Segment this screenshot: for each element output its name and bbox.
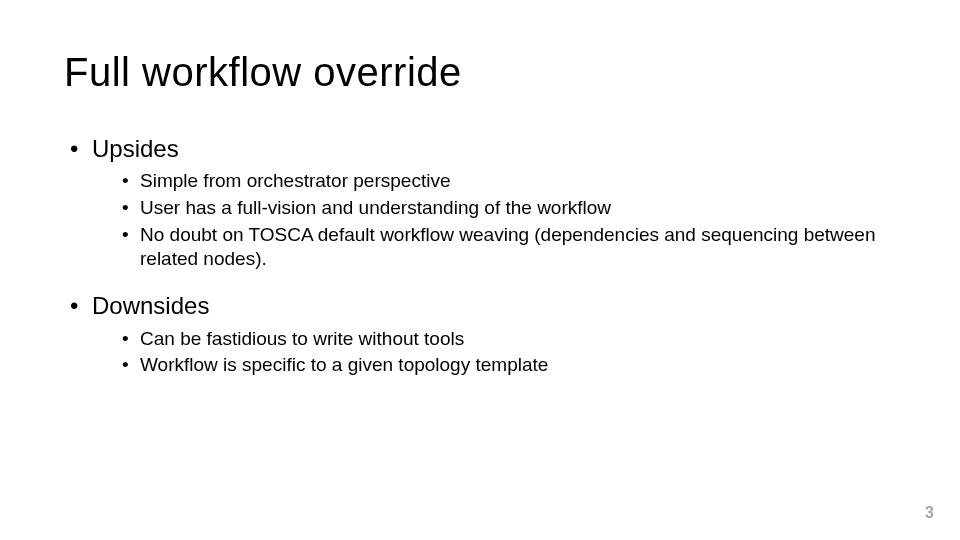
upsides-list: Simple from orchestrator perspective Use…: [92, 169, 896, 272]
list-item: Simple from orchestrator perspective: [92, 169, 896, 194]
list-item: User has a full-vision and understanding…: [92, 196, 896, 221]
section-heading: Downsides: [92, 292, 209, 319]
section-heading: Upsides: [92, 135, 179, 162]
slide: Full workflow override Upsides Simple fr…: [0, 0, 960, 540]
content-list: Upsides Simple from orchestrator perspec…: [64, 133, 896, 378]
page-number: 3: [925, 504, 934, 522]
list-item: Workflow is specific to a given topology…: [92, 353, 896, 378]
section-upsides: Upsides Simple from orchestrator perspec…: [64, 133, 896, 272]
downsides-list: Can be fastidious to write without tools…: [92, 327, 896, 378]
list-item: Can be fastidious to write without tools: [92, 327, 896, 352]
list-item: No doubt on TOSCA default workflow weavi…: [92, 223, 896, 272]
section-downsides: Downsides Can be fastidious to write wit…: [64, 290, 896, 378]
slide-title: Full workflow override: [64, 50, 896, 95]
